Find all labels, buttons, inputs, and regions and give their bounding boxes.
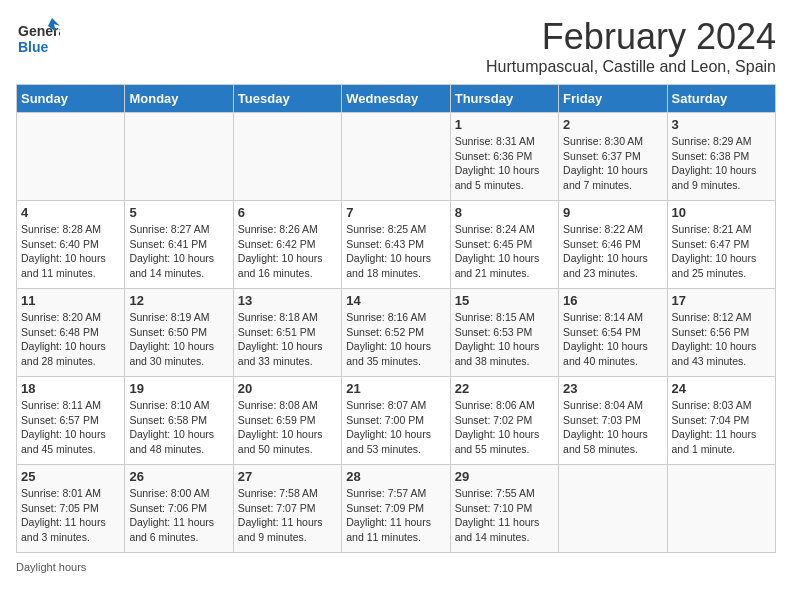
day-number: 19 xyxy=(129,381,228,396)
calendar-cell: 28Sunrise: 7:57 AM Sunset: 7:09 PM Dayli… xyxy=(342,465,450,553)
calendar-cell: 15Sunrise: 8:15 AM Sunset: 6:53 PM Dayli… xyxy=(450,289,558,377)
day-info: Sunrise: 8:15 AM Sunset: 6:53 PM Dayligh… xyxy=(455,310,554,369)
day-info: Sunrise: 8:08 AM Sunset: 6:59 PM Dayligh… xyxy=(238,398,337,457)
logo-icon: General Blue xyxy=(16,16,60,60)
day-number: 26 xyxy=(129,469,228,484)
calendar-cell: 23Sunrise: 8:04 AM Sunset: 7:03 PM Dayli… xyxy=(559,377,667,465)
svg-text:Blue: Blue xyxy=(18,39,49,55)
day-info: Sunrise: 8:14 AM Sunset: 6:54 PM Dayligh… xyxy=(563,310,662,369)
day-number: 2 xyxy=(563,117,662,132)
day-number: 20 xyxy=(238,381,337,396)
calendar-cell xyxy=(233,113,341,201)
day-of-week-header: Thursday xyxy=(450,85,558,113)
day-info: Sunrise: 8:19 AM Sunset: 6:50 PM Dayligh… xyxy=(129,310,228,369)
day-number: 14 xyxy=(346,293,445,308)
day-of-week-header: Wednesday xyxy=(342,85,450,113)
calendar-week-row: 25Sunrise: 8:01 AM Sunset: 7:05 PM Dayli… xyxy=(17,465,776,553)
calendar-cell: 21Sunrise: 8:07 AM Sunset: 7:00 PM Dayli… xyxy=(342,377,450,465)
day-number: 23 xyxy=(563,381,662,396)
day-info: Sunrise: 8:03 AM Sunset: 7:04 PM Dayligh… xyxy=(672,398,771,457)
daylight-label: Daylight hours xyxy=(16,561,86,573)
day-number: 4 xyxy=(21,205,120,220)
day-info: Sunrise: 8:24 AM Sunset: 6:45 PM Dayligh… xyxy=(455,222,554,281)
calendar-cell: 14Sunrise: 8:16 AM Sunset: 6:52 PM Dayli… xyxy=(342,289,450,377)
day-info: Sunrise: 8:12 AM Sunset: 6:56 PM Dayligh… xyxy=(672,310,771,369)
day-of-week-header: Tuesday xyxy=(233,85,341,113)
calendar-cell: 26Sunrise: 8:00 AM Sunset: 7:06 PM Dayli… xyxy=(125,465,233,553)
logo: General Blue xyxy=(16,16,60,60)
calendar-cell: 1Sunrise: 8:31 AM Sunset: 6:36 PM Daylig… xyxy=(450,113,558,201)
calendar-cell: 12Sunrise: 8:19 AM Sunset: 6:50 PM Dayli… xyxy=(125,289,233,377)
day-number: 5 xyxy=(129,205,228,220)
day-info: Sunrise: 8:16 AM Sunset: 6:52 PM Dayligh… xyxy=(346,310,445,369)
calendar-cell: 9Sunrise: 8:22 AM Sunset: 6:46 PM Daylig… xyxy=(559,201,667,289)
calendar-cell: 10Sunrise: 8:21 AM Sunset: 6:47 PM Dayli… xyxy=(667,201,775,289)
footer: Daylight hours xyxy=(16,561,776,573)
day-number: 27 xyxy=(238,469,337,484)
day-number: 28 xyxy=(346,469,445,484)
calendar-cell: 13Sunrise: 8:18 AM Sunset: 6:51 PM Dayli… xyxy=(233,289,341,377)
calendar-week-row: 4Sunrise: 8:28 AM Sunset: 6:40 PM Daylig… xyxy=(17,201,776,289)
calendar-cell: 19Sunrise: 8:10 AM Sunset: 6:58 PM Dayli… xyxy=(125,377,233,465)
day-number: 6 xyxy=(238,205,337,220)
day-number: 22 xyxy=(455,381,554,396)
calendar-cell: 8Sunrise: 8:24 AM Sunset: 6:45 PM Daylig… xyxy=(450,201,558,289)
calendar-cell: 3Sunrise: 8:29 AM Sunset: 6:38 PM Daylig… xyxy=(667,113,775,201)
calendar-cell: 5Sunrise: 8:27 AM Sunset: 6:41 PM Daylig… xyxy=(125,201,233,289)
day-info: Sunrise: 8:00 AM Sunset: 7:06 PM Dayligh… xyxy=(129,486,228,545)
day-number: 17 xyxy=(672,293,771,308)
calendar-cell xyxy=(125,113,233,201)
day-info: Sunrise: 7:55 AM Sunset: 7:10 PM Dayligh… xyxy=(455,486,554,545)
day-number: 11 xyxy=(21,293,120,308)
day-number: 25 xyxy=(21,469,120,484)
day-info: Sunrise: 8:26 AM Sunset: 6:42 PM Dayligh… xyxy=(238,222,337,281)
calendar-cell: 2Sunrise: 8:30 AM Sunset: 6:37 PM Daylig… xyxy=(559,113,667,201)
calendar-cell: 7Sunrise: 8:25 AM Sunset: 6:43 PM Daylig… xyxy=(342,201,450,289)
calendar-cell: 24Sunrise: 8:03 AM Sunset: 7:04 PM Dayli… xyxy=(667,377,775,465)
day-info: Sunrise: 8:04 AM Sunset: 7:03 PM Dayligh… xyxy=(563,398,662,457)
day-number: 8 xyxy=(455,205,554,220)
day-info: Sunrise: 8:27 AM Sunset: 6:41 PM Dayligh… xyxy=(129,222,228,281)
calendar-week-row: 18Sunrise: 8:11 AM Sunset: 6:57 PM Dayli… xyxy=(17,377,776,465)
calendar-cell: 29Sunrise: 7:55 AM Sunset: 7:10 PM Dayli… xyxy=(450,465,558,553)
calendar-week-row: 1Sunrise: 8:31 AM Sunset: 6:36 PM Daylig… xyxy=(17,113,776,201)
day-of-week-header: Sunday xyxy=(17,85,125,113)
calendar-week-row: 11Sunrise: 8:20 AM Sunset: 6:48 PM Dayli… xyxy=(17,289,776,377)
day-number: 21 xyxy=(346,381,445,396)
calendar-cell: 20Sunrise: 8:08 AM Sunset: 6:59 PM Dayli… xyxy=(233,377,341,465)
title-section: February 2024 Hurtumpascual, Castille an… xyxy=(486,16,776,76)
calendar-cell: 16Sunrise: 8:14 AM Sunset: 6:54 PM Dayli… xyxy=(559,289,667,377)
day-info: Sunrise: 8:21 AM Sunset: 6:47 PM Dayligh… xyxy=(672,222,771,281)
day-number: 3 xyxy=(672,117,771,132)
calendar-header-row: SundayMondayTuesdayWednesdayThursdayFrid… xyxy=(17,85,776,113)
day-number: 7 xyxy=(346,205,445,220)
location-subtitle: Hurtumpascual, Castille and Leon, Spain xyxy=(486,58,776,76)
day-info: Sunrise: 8:10 AM Sunset: 6:58 PM Dayligh… xyxy=(129,398,228,457)
day-number: 10 xyxy=(672,205,771,220)
calendar-cell: 17Sunrise: 8:12 AM Sunset: 6:56 PM Dayli… xyxy=(667,289,775,377)
day-number: 29 xyxy=(455,469,554,484)
day-info: Sunrise: 8:06 AM Sunset: 7:02 PM Dayligh… xyxy=(455,398,554,457)
page-header: General Blue February 2024 Hurtumpascual… xyxy=(16,16,776,76)
day-number: 18 xyxy=(21,381,120,396)
day-number: 1 xyxy=(455,117,554,132)
calendar-cell xyxy=(342,113,450,201)
day-number: 24 xyxy=(672,381,771,396)
day-info: Sunrise: 8:29 AM Sunset: 6:38 PM Dayligh… xyxy=(672,134,771,193)
day-info: Sunrise: 7:58 AM Sunset: 7:07 PM Dayligh… xyxy=(238,486,337,545)
calendar-table: SundayMondayTuesdayWednesdayThursdayFrid… xyxy=(16,84,776,553)
calendar-cell: 27Sunrise: 7:58 AM Sunset: 7:07 PM Dayli… xyxy=(233,465,341,553)
day-info: Sunrise: 8:07 AM Sunset: 7:00 PM Dayligh… xyxy=(346,398,445,457)
day-of-week-header: Saturday xyxy=(667,85,775,113)
month-title: February 2024 xyxy=(486,16,776,58)
day-info: Sunrise: 7:57 AM Sunset: 7:09 PM Dayligh… xyxy=(346,486,445,545)
calendar-cell xyxy=(559,465,667,553)
day-of-week-header: Monday xyxy=(125,85,233,113)
calendar-cell xyxy=(17,113,125,201)
day-info: Sunrise: 8:25 AM Sunset: 6:43 PM Dayligh… xyxy=(346,222,445,281)
day-info: Sunrise: 8:20 AM Sunset: 6:48 PM Dayligh… xyxy=(21,310,120,369)
day-number: 13 xyxy=(238,293,337,308)
day-info: Sunrise: 8:22 AM Sunset: 6:46 PM Dayligh… xyxy=(563,222,662,281)
day-number: 15 xyxy=(455,293,554,308)
calendar-cell xyxy=(667,465,775,553)
